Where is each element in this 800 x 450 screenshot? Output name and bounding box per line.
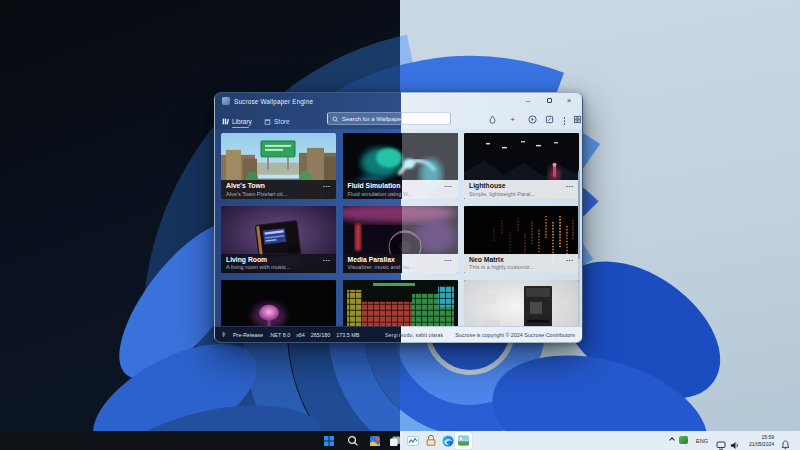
thumbnail-glow-flower (221, 280, 336, 329)
wallpaper-card-neo-matrix[interactable]: Neo Matrix This is a highly customiz... … (464, 206, 579, 273)
card-description: This is a highly customiz... (469, 264, 534, 270)
wallpaper-grid: Alve's Town Alve's Town Pixelart cit... … (215, 129, 582, 328)
edge-icon (441, 434, 455, 448)
search-icon (346, 434, 360, 448)
close-button[interactable]: × (561, 95, 577, 107)
card-title: Living Room (226, 256, 267, 263)
status-count: 265/180 (311, 332, 331, 338)
windows-logo-icon (322, 434, 336, 448)
maximize-button[interactable] (541, 95, 557, 107)
wallpaper-card-fluid-simulation[interactable]: Fluid Simulation Fluid simulation using … (343, 133, 458, 200)
card-label: Lighthouse Simple, lightweight Paral... … (464, 180, 579, 199)
wallpaper-card-motherboard[interactable] (464, 280, 579, 329)
tab-library[interactable]: Library (222, 115, 252, 127)
search-box[interactable] (327, 112, 451, 125)
card-menu-button[interactable]: … (323, 254, 332, 263)
search-taskbar-button[interactable] (346, 434, 360, 448)
notification-bell-icon[interactable] (781, 436, 790, 446)
card-title: Fluid Simulation (348, 182, 401, 189)
task-view-button[interactable] (388, 434, 402, 448)
settings-icon[interactable] (572, 114, 583, 125)
task-view-icon (388, 434, 402, 448)
card-label: Alve's Town Alve's Town Pixelart cit... … (221, 180, 336, 199)
card-label: Media Parallax Visualizer, music and mo.… (343, 254, 458, 273)
status-message: Sergi modu, sabit olarak (385, 332, 443, 338)
card-label: Living Room A living room with music... … (221, 254, 336, 273)
tray-overflow-chevron[interactable] (670, 437, 676, 443)
branch-icon (222, 332, 227, 337)
desktop: Sucrose Wallpaper Engine – × Library Sto… (0, 0, 800, 450)
status-left: Pre-Release .NET 8.0 x64 265/180 173.5 M… (222, 332, 359, 338)
widgets-button[interactable] (368, 434, 382, 448)
status-copyright: Sucrose is copyright © 2024 Sucrose Cont… (455, 332, 575, 338)
widgets-icon (368, 434, 382, 448)
clock[interactable]: 15:59 21/05/2024 (749, 434, 774, 447)
wallpaper-card-periodic-table[interactable] (343, 280, 458, 329)
add-wallpaper-icon[interactable]: + (507, 114, 518, 125)
store-icon (264, 118, 271, 125)
wallpaper-card-media-parallax[interactable]: Media Parallax Visualizer, music and mo.… (343, 206, 458, 273)
volume-icon[interactable] (730, 436, 740, 445)
tray-date: 21/05/2024 (749, 441, 774, 448)
wallpaper-card-alves-town[interactable]: Alve's Town Alve's Town Pixelart cit... … (221, 133, 336, 200)
card-description: A living room with music... (226, 264, 290, 270)
performance-icon (406, 434, 420, 448)
card-description: Visualizer, music and mo... (348, 264, 414, 270)
task-manager-button[interactable] (406, 434, 420, 448)
wallpaper-card-lighthouse[interactable]: Lighthouse Simple, lightweight Paral... … (464, 133, 579, 200)
edge-button[interactable] (441, 434, 455, 448)
card-description: Fluid simulation using W... (348, 191, 413, 197)
tab-store[interactable]: Store (264, 115, 290, 127)
wallpaper-app-icon (457, 434, 470, 447)
card-label: Fluid Simulation Fluid simulation using … (343, 180, 458, 199)
card-menu-button[interactable]: … (566, 180, 575, 189)
wallpaper-card-glow-flower[interactable] (221, 280, 336, 329)
status-memory: 173.5 MB (336, 332, 359, 338)
taskbar: ENG 15:59 21/05/2024 (0, 431, 800, 450)
report-icon[interactable] (544, 114, 555, 125)
wallpaper-card-living-room[interactable]: Living Room A living room with music... … (221, 206, 336, 273)
status-dotnet: .NET 8.0 (269, 332, 290, 338)
card-title: Alve's Town (226, 182, 265, 189)
card-description: Alve's Town Pixelart cit... (226, 191, 287, 197)
card-menu-button[interactable]: … (444, 254, 453, 263)
app-icon (222, 97, 230, 105)
card-menu-button[interactable]: … (444, 180, 453, 189)
play-icon[interactable] (527, 114, 538, 125)
more-icon[interactable] (559, 114, 570, 125)
active-tab-indicator (232, 127, 249, 129)
titlebar[interactable]: Sucrose Wallpaper Engine – × (215, 93, 582, 109)
tray-time: 15:59 (749, 434, 774, 441)
language-indicator[interactable]: ENG (696, 438, 708, 444)
card-menu-button[interactable]: … (323, 180, 332, 189)
minimize-button[interactable]: – (520, 95, 536, 107)
card-title: Neo Matrix (469, 256, 504, 263)
store-bag-icon (424, 434, 438, 448)
status-arch: x64 (296, 332, 305, 338)
statusbar: Pre-Release .NET 8.0 x64 265/180 173.5 M… (215, 326, 582, 342)
status-release: Pre-Release (233, 332, 263, 338)
library-icon (222, 118, 229, 125)
card-description: Simple, lightweight Paral... (469, 191, 535, 197)
active-app-sucrose[interactable] (455, 432, 472, 449)
store-button[interactable] (424, 434, 438, 448)
thumbnail-motherboard (464, 280, 579, 329)
droplet-icon[interactable] (487, 114, 498, 125)
thumbnail-periodic-table (343, 280, 458, 329)
app-window: Sucrose Wallpaper Engine – × Library Sto… (214, 92, 583, 343)
card-label: Neo Matrix This is a highly customiz... … (464, 254, 579, 273)
search-input[interactable] (342, 113, 422, 124)
network-icon[interactable] (716, 436, 726, 445)
start-button[interactable] (322, 434, 336, 448)
tray-sucrose-icon[interactable] (679, 436, 688, 444)
card-menu-button[interactable]: … (566, 254, 575, 263)
window-title: Sucrose Wallpaper Engine (234, 98, 313, 105)
card-title: Lighthouse (469, 182, 506, 189)
chevron-up-icon (669, 437, 675, 443)
card-title: Media Parallax (348, 256, 395, 263)
scrollbar-thumb[interactable] (578, 171, 581, 259)
search-icon (332, 116, 339, 123)
